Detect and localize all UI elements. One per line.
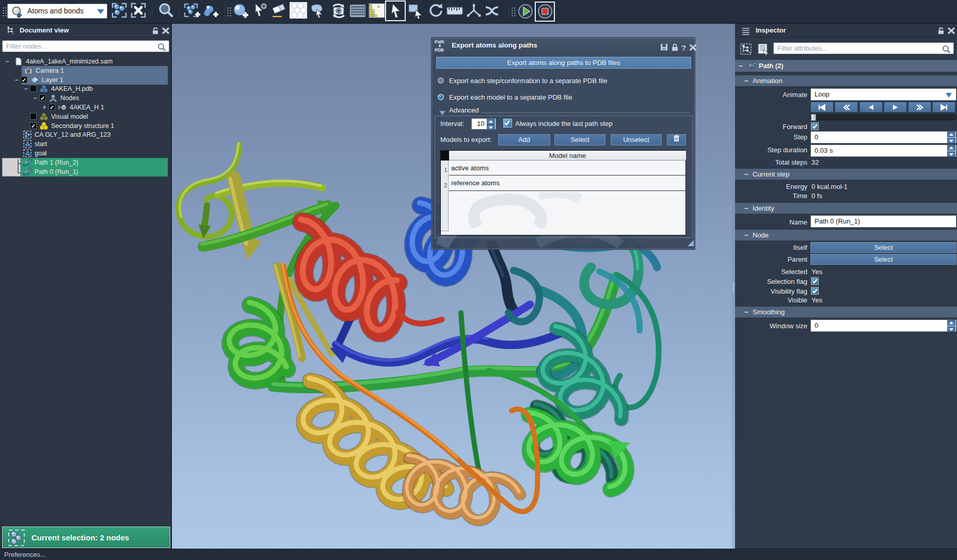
svg-text:Path: Path	[435, 39, 444, 44]
svg-text:M: M	[62, 106, 66, 109]
svg-text:PDB: PDB	[435, 47, 444, 52]
svg-text:H: H	[377, 5, 379, 8]
